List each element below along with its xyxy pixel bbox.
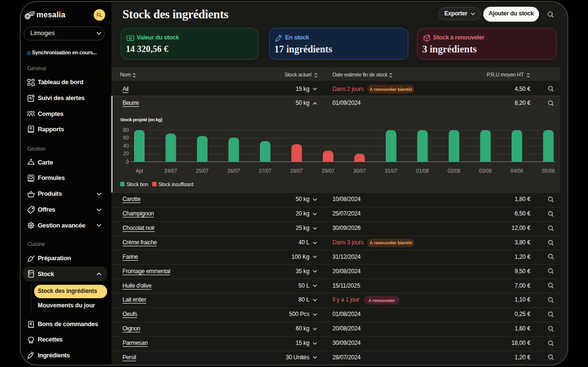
- svg-text:25/07: 25/07: [196, 168, 208, 174]
- svg-text:Stock bon: Stock bon: [127, 181, 148, 187]
- svg-text:29/07: 29/07: [322, 168, 334, 174]
- svg-text:80: 80: [123, 127, 129, 133]
- svg-text:28/07: 28/07: [290, 168, 303, 174]
- svg-text:40: 40: [123, 143, 129, 149]
- svg-text:Stock insuffisant: Stock insuffisant: [159, 181, 194, 187]
- svg-text:30/07: 30/07: [353, 168, 366, 174]
- svg-text:20: 20: [123, 151, 129, 156]
- svg-text:01/08: 01/08: [416, 168, 429, 174]
- svg-text:26/07: 26/07: [227, 168, 240, 174]
- svg-text:03/08: 03/08: [479, 168, 491, 174]
- svg-text:Ajd: Ajd: [135, 168, 143, 174]
- svg-text:04/08: 04/08: [511, 168, 523, 174]
- svg-text:05/08: 05/08: [542, 168, 554, 174]
- svg-text:0: 0: [126, 159, 129, 165]
- svg-text:24/07: 24/07: [164, 168, 177, 174]
- svg-text:02/08: 02/08: [448, 168, 460, 174]
- svg-text:31/07: 31/07: [385, 168, 397, 174]
- svg-text:27/07: 27/07: [259, 168, 271, 174]
- svg-text:60: 60: [123, 135, 129, 140]
- svg-text:Stock projeté (en kg): Stock projeté (en kg): [120, 117, 162, 122]
